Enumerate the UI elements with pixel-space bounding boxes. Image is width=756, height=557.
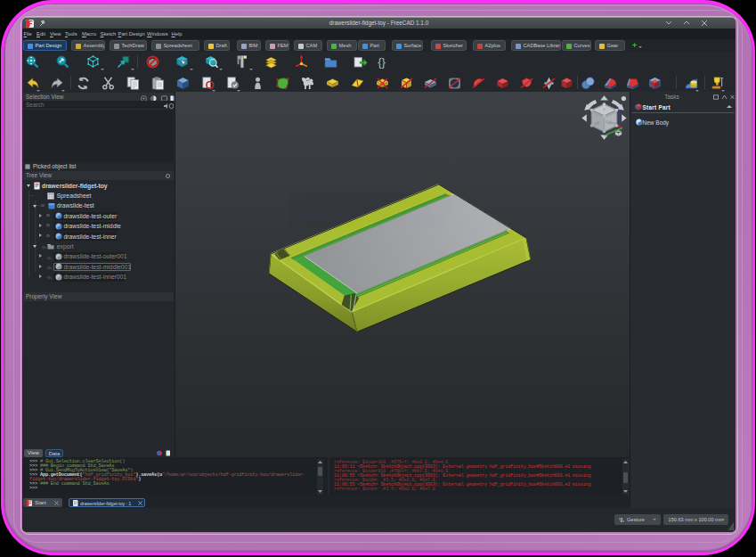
svg-text:{}: {} [378,55,386,69]
